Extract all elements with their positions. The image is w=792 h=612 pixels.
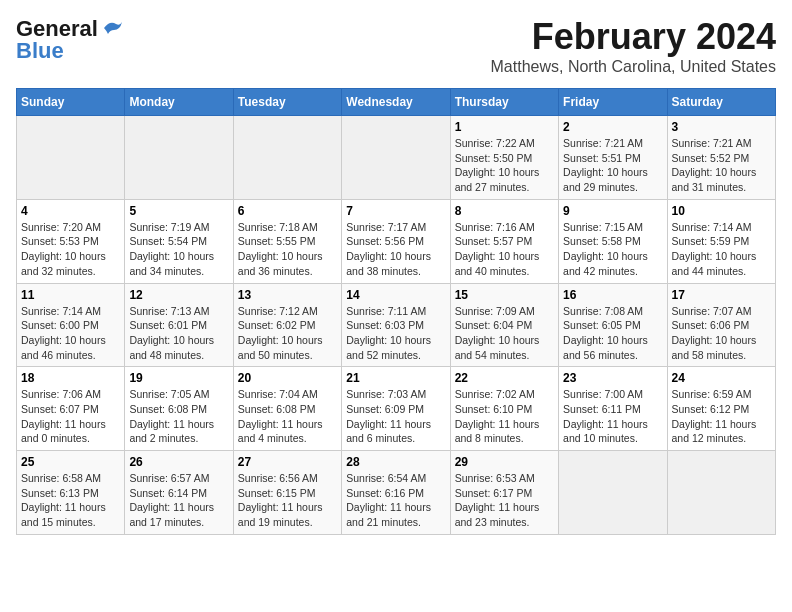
day-number: 1: [455, 120, 554, 134]
day-number: 16: [563, 288, 662, 302]
calendar-week-row: 11Sunrise: 7:14 AM Sunset: 6:00 PM Dayli…: [17, 283, 776, 367]
calendar-cell: 29Sunrise: 6:53 AM Sunset: 6:17 PM Dayli…: [450, 451, 558, 535]
calendar-week-row: 4Sunrise: 7:20 AM Sunset: 5:53 PM Daylig…: [17, 199, 776, 283]
day-info: Sunrise: 7:21 AM Sunset: 5:51 PM Dayligh…: [563, 136, 662, 195]
day-info: Sunrise: 7:06 AM Sunset: 6:07 PM Dayligh…: [21, 387, 120, 446]
day-info: Sunrise: 7:14 AM Sunset: 5:59 PM Dayligh…: [672, 220, 771, 279]
calendar-cell: 7Sunrise: 7:17 AM Sunset: 5:56 PM Daylig…: [342, 199, 450, 283]
calendar-cell: 23Sunrise: 7:00 AM Sunset: 6:11 PM Dayli…: [559, 367, 667, 451]
calendar-cell: 11Sunrise: 7:14 AM Sunset: 6:00 PM Dayli…: [17, 283, 125, 367]
calendar-cell: 6Sunrise: 7:18 AM Sunset: 5:55 PM Daylig…: [233, 199, 341, 283]
day-number: 14: [346, 288, 445, 302]
calendar-cell: 1Sunrise: 7:22 AM Sunset: 5:50 PM Daylig…: [450, 116, 558, 200]
calendar-cell: 13Sunrise: 7:12 AM Sunset: 6:02 PM Dayli…: [233, 283, 341, 367]
day-number: 6: [238, 204, 337, 218]
day-info: Sunrise: 7:22 AM Sunset: 5:50 PM Dayligh…: [455, 136, 554, 195]
calendar-cell: 3Sunrise: 7:21 AM Sunset: 5:52 PM Daylig…: [667, 116, 775, 200]
calendar-week-row: 18Sunrise: 7:06 AM Sunset: 6:07 PM Dayli…: [17, 367, 776, 451]
day-info: Sunrise: 6:56 AM Sunset: 6:15 PM Dayligh…: [238, 471, 337, 530]
calendar-cell: 16Sunrise: 7:08 AM Sunset: 6:05 PM Dayli…: [559, 283, 667, 367]
calendar-cell: 24Sunrise: 6:59 AM Sunset: 6:12 PM Dayli…: [667, 367, 775, 451]
calendar-header-row: SundayMondayTuesdayWednesdayThursdayFrid…: [17, 89, 776, 116]
day-number: 17: [672, 288, 771, 302]
page-subtitle: Matthews, North Carolina, United States: [491, 58, 776, 76]
col-header-tuesday: Tuesday: [233, 89, 341, 116]
day-number: 24: [672, 371, 771, 385]
day-info: Sunrise: 6:54 AM Sunset: 6:16 PM Dayligh…: [346, 471, 445, 530]
day-info: Sunrise: 7:11 AM Sunset: 6:03 PM Dayligh…: [346, 304, 445, 363]
calendar-week-row: 1Sunrise: 7:22 AM Sunset: 5:50 PM Daylig…: [17, 116, 776, 200]
day-info: Sunrise: 7:15 AM Sunset: 5:58 PM Dayligh…: [563, 220, 662, 279]
calendar-cell: [342, 116, 450, 200]
day-info: Sunrise: 6:53 AM Sunset: 6:17 PM Dayligh…: [455, 471, 554, 530]
calendar-cell: 27Sunrise: 6:56 AM Sunset: 6:15 PM Dayli…: [233, 451, 341, 535]
calendar-cell: 17Sunrise: 7:07 AM Sunset: 6:06 PM Dayli…: [667, 283, 775, 367]
calendar-cell: 22Sunrise: 7:02 AM Sunset: 6:10 PM Dayli…: [450, 367, 558, 451]
day-number: 28: [346, 455, 445, 469]
col-header-thursday: Thursday: [450, 89, 558, 116]
day-number: 4: [21, 204, 120, 218]
day-info: Sunrise: 7:08 AM Sunset: 6:05 PM Dayligh…: [563, 304, 662, 363]
calendar-cell: 4Sunrise: 7:20 AM Sunset: 5:53 PM Daylig…: [17, 199, 125, 283]
calendar-cell: 8Sunrise: 7:16 AM Sunset: 5:57 PM Daylig…: [450, 199, 558, 283]
calendar-cell: [667, 451, 775, 535]
day-info: Sunrise: 7:13 AM Sunset: 6:01 PM Dayligh…: [129, 304, 228, 363]
calendar-cell: 26Sunrise: 6:57 AM Sunset: 6:14 PM Dayli…: [125, 451, 233, 535]
calendar-cell: [233, 116, 341, 200]
day-info: Sunrise: 7:09 AM Sunset: 6:04 PM Dayligh…: [455, 304, 554, 363]
calendar-week-row: 25Sunrise: 6:58 AM Sunset: 6:13 PM Dayli…: [17, 451, 776, 535]
day-number: 22: [455, 371, 554, 385]
day-info: Sunrise: 7:14 AM Sunset: 6:00 PM Dayligh…: [21, 304, 120, 363]
calendar-cell: 21Sunrise: 7:03 AM Sunset: 6:09 PM Dayli…: [342, 367, 450, 451]
calendar-cell: 25Sunrise: 6:58 AM Sunset: 6:13 PM Dayli…: [17, 451, 125, 535]
day-number: 11: [21, 288, 120, 302]
day-number: 20: [238, 371, 337, 385]
day-number: 25: [21, 455, 120, 469]
calendar-cell: 15Sunrise: 7:09 AM Sunset: 6:04 PM Dayli…: [450, 283, 558, 367]
day-info: Sunrise: 7:20 AM Sunset: 5:53 PM Dayligh…: [21, 220, 120, 279]
logo-bird-icon: [102, 20, 124, 38]
day-number: 10: [672, 204, 771, 218]
day-info: Sunrise: 7:19 AM Sunset: 5:54 PM Dayligh…: [129, 220, 228, 279]
col-header-sunday: Sunday: [17, 89, 125, 116]
logo-text-blue: Blue: [16, 38, 64, 64]
col-header-monday: Monday: [125, 89, 233, 116]
calendar-cell: 14Sunrise: 7:11 AM Sunset: 6:03 PM Dayli…: [342, 283, 450, 367]
day-info: Sunrise: 7:12 AM Sunset: 6:02 PM Dayligh…: [238, 304, 337, 363]
col-header-friday: Friday: [559, 89, 667, 116]
day-number: 29: [455, 455, 554, 469]
day-number: 3: [672, 120, 771, 134]
calendar-cell: 10Sunrise: 7:14 AM Sunset: 5:59 PM Dayli…: [667, 199, 775, 283]
day-info: Sunrise: 7:21 AM Sunset: 5:52 PM Dayligh…: [672, 136, 771, 195]
day-number: 27: [238, 455, 337, 469]
day-info: Sunrise: 7:17 AM Sunset: 5:56 PM Dayligh…: [346, 220, 445, 279]
calendar-cell: 18Sunrise: 7:06 AM Sunset: 6:07 PM Dayli…: [17, 367, 125, 451]
day-number: 19: [129, 371, 228, 385]
day-number: 7: [346, 204, 445, 218]
calendar-cell: [17, 116, 125, 200]
calendar-cell: 20Sunrise: 7:04 AM Sunset: 6:08 PM Dayli…: [233, 367, 341, 451]
day-info: Sunrise: 7:02 AM Sunset: 6:10 PM Dayligh…: [455, 387, 554, 446]
day-number: 9: [563, 204, 662, 218]
day-info: Sunrise: 6:58 AM Sunset: 6:13 PM Dayligh…: [21, 471, 120, 530]
col-header-wednesday: Wednesday: [342, 89, 450, 116]
day-number: 21: [346, 371, 445, 385]
calendar-cell: 19Sunrise: 7:05 AM Sunset: 6:08 PM Dayli…: [125, 367, 233, 451]
calendar-cell: 2Sunrise: 7:21 AM Sunset: 5:51 PM Daylig…: [559, 116, 667, 200]
day-number: 8: [455, 204, 554, 218]
calendar-cell: [125, 116, 233, 200]
day-number: 13: [238, 288, 337, 302]
day-info: Sunrise: 7:05 AM Sunset: 6:08 PM Dayligh…: [129, 387, 228, 446]
day-number: 5: [129, 204, 228, 218]
day-number: 12: [129, 288, 228, 302]
col-header-saturday: Saturday: [667, 89, 775, 116]
day-number: 18: [21, 371, 120, 385]
calendar-cell: 5Sunrise: 7:19 AM Sunset: 5:54 PM Daylig…: [125, 199, 233, 283]
day-info: Sunrise: 6:57 AM Sunset: 6:14 PM Dayligh…: [129, 471, 228, 530]
day-number: 23: [563, 371, 662, 385]
day-info: Sunrise: 7:18 AM Sunset: 5:55 PM Dayligh…: [238, 220, 337, 279]
day-number: 2: [563, 120, 662, 134]
day-info: Sunrise: 7:16 AM Sunset: 5:57 PM Dayligh…: [455, 220, 554, 279]
day-number: 26: [129, 455, 228, 469]
day-info: Sunrise: 6:59 AM Sunset: 6:12 PM Dayligh…: [672, 387, 771, 446]
